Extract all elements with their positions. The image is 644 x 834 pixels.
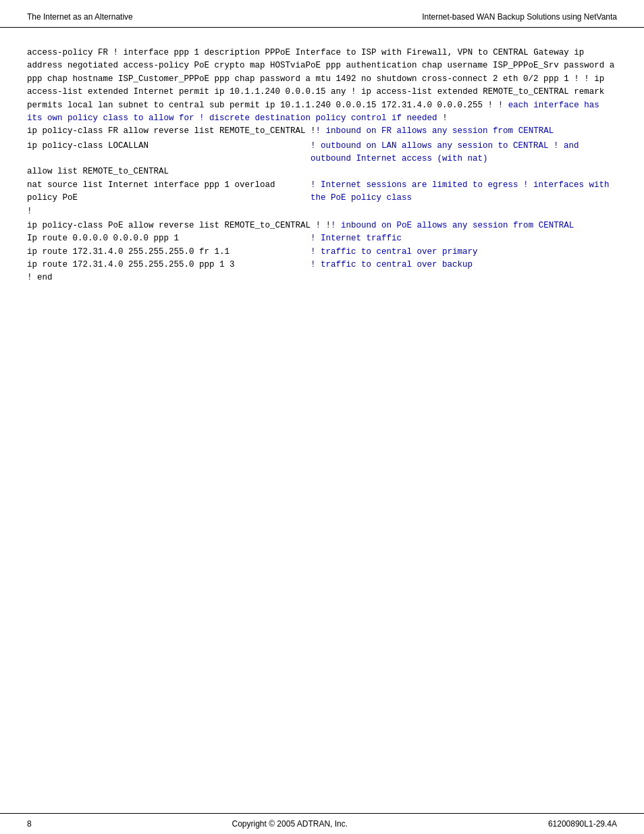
footer-page: 8 [27, 819, 32, 829]
page-header: The Internet as an Alternative Internet-… [0, 0, 644, 28]
header-right: Internet-based WAN Backup Solutions usin… [422, 12, 617, 22]
page-footer: 8 Copyright © 2005 ADTRAN, Inc. 61200890… [0, 813, 644, 834]
page: The Internet as an Alternative Internet-… [0, 0, 644, 834]
main-content: access-policy FR ! interface ppp 1 descr… [0, 28, 644, 325]
footer-doc-number: 61200890L1-29.4A [548, 819, 617, 829]
code-section: access-policy FR ! interface ppp 1 descr… [27, 47, 617, 285]
footer-copyright: Copyright © 2005 ADTRAN, Inc. [232, 819, 348, 829]
header-left: The Internet as an Alternative [27, 12, 133, 22]
